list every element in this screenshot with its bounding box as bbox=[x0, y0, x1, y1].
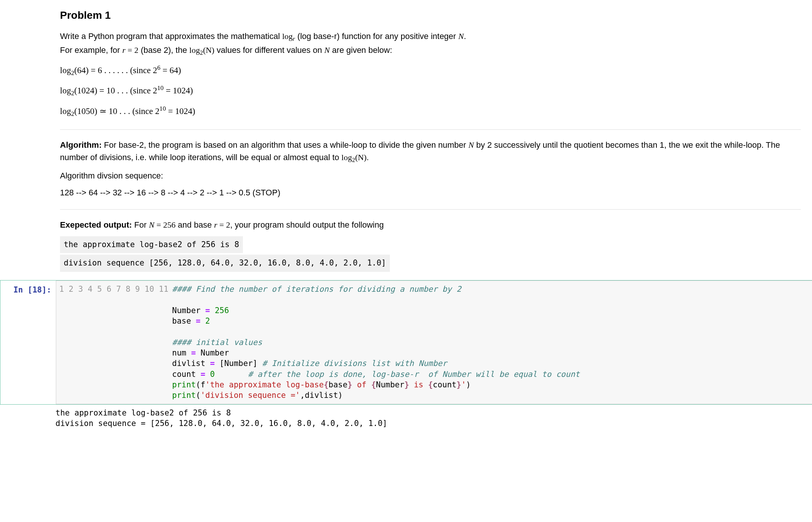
algorithm-log-sub: 2 bbox=[352, 156, 355, 164]
intro2-text: For example, for bbox=[60, 45, 122, 55]
markdown-cell: Problem 1 Write a Python program that ap… bbox=[0, 0, 812, 280]
code-l9a: count bbox=[172, 370, 201, 379]
expected-text3: , your program should output the followi… bbox=[230, 220, 384, 230]
intro-text: Write a Python program that approximates… bbox=[60, 32, 282, 41]
expected-out-1: the approximate log-base2 of 256 is 8 bbox=[60, 236, 243, 254]
code-editor[interactable]: 1 2 3 4 5 6 7 8 9 10 11 #### Find the nu… bbox=[56, 280, 812, 404]
algorithm-text1: For base-2, the program is based on an a… bbox=[102, 140, 468, 150]
algorithm-N: N bbox=[469, 140, 474, 150]
example-3: log2(1050) ≃ 10 . . . (since 210 = 1024) bbox=[60, 104, 801, 119]
output-prompt-spacer bbox=[0, 408, 55, 429]
algorithm-log-paren: (N) bbox=[355, 153, 367, 162]
expected-r: r bbox=[214, 220, 217, 230]
code-l10i2a: { bbox=[371, 380, 376, 389]
ex2-sup: 10 bbox=[157, 84, 163, 92]
code-l10i1a: { bbox=[324, 380, 329, 389]
code-l7op: = bbox=[191, 348, 196, 357]
line-numbers: 1 2 3 4 5 6 7 8 9 10 11 bbox=[56, 284, 172, 401]
code-l11b: ,divlist) bbox=[300, 391, 343, 400]
intro2-text2: (base 2), the bbox=[138, 45, 189, 55]
ex2-tail: = 1024) bbox=[163, 86, 193, 95]
code-l10b: ) bbox=[466, 380, 471, 389]
code-l9op: = bbox=[201, 370, 205, 379]
code-l9num: 0 bbox=[210, 370, 215, 379]
example-1: log2(64) = 6 . . . . . . (since 26 = 64) bbox=[60, 63, 801, 78]
ex3-tail: = 1024) bbox=[166, 106, 195, 116]
code-l10a: (f bbox=[196, 380, 205, 389]
ex1-body: (64) = 6 . . . . . . (since 2 bbox=[74, 66, 157, 75]
algorithm-label: Algorithm: bbox=[60, 140, 102, 150]
divider-2 bbox=[60, 209, 801, 210]
code-l11str: 'division sequence =' bbox=[201, 391, 300, 400]
ex1-sub: 2 bbox=[71, 70, 74, 77]
code-l10i1b: base bbox=[328, 380, 348, 389]
code-l6: #### initial values bbox=[172, 338, 262, 347]
examples-block: log2(64) = 6 . . . . . . (since 26 = 64)… bbox=[60, 63, 801, 118]
intro-paragraph: Write a Python program that approximates… bbox=[60, 30, 801, 58]
code-l4op: = bbox=[196, 316, 201, 326]
code-l8b: [Number] bbox=[215, 359, 262, 368]
ex2-body: (1024) = 10 . . . (since 2 bbox=[74, 86, 157, 95]
code-l9b bbox=[205, 370, 210, 379]
output-text: the approximate log-base2 of 256 is 8 di… bbox=[55, 408, 812, 429]
code-cell[interactable]: In [18]: 1 2 3 4 5 6 7 8 9 10 11 #### Fi… bbox=[0, 280, 812, 405]
code-lines[interactable]: #### Find the number of iterations for d… bbox=[172, 284, 812, 401]
ex1-tail: = 64) bbox=[160, 66, 181, 75]
code-l8a: divlist bbox=[172, 359, 210, 368]
code-l10s3: is bbox=[409, 380, 428, 389]
ex1-sup: 6 bbox=[157, 64, 160, 71]
code-l10i2b: Number bbox=[376, 380, 405, 389]
code-l10i1c: } bbox=[348, 380, 352, 389]
ex1-log: log bbox=[60, 66, 71, 75]
intro-period: . bbox=[464, 32, 466, 41]
expected-out-2: division sequence [256, 128.0, 64.0, 32.… bbox=[60, 255, 390, 272]
code-l10i3a: { bbox=[428, 380, 433, 389]
expected-N: N bbox=[149, 220, 154, 230]
ex2-sub: 2 bbox=[71, 90, 74, 97]
intro2-text4: are given below: bbox=[330, 45, 392, 55]
expected-paragraph: Exepected output: For N = 256 and base r… bbox=[60, 219, 801, 231]
expected-eq1: = 256 bbox=[154, 220, 175, 230]
problem-heading: Problem 1 bbox=[60, 8, 801, 23]
intro2-eq: = 2 bbox=[126, 45, 138, 55]
expected-text2: and base bbox=[175, 220, 214, 230]
code-l4b bbox=[201, 316, 205, 326]
expected-text1: For bbox=[132, 220, 149, 230]
out-line2: division sequence = [256, 128.0, 64.0, 3… bbox=[55, 419, 387, 428]
intro2-N2: N bbox=[324, 45, 330, 55]
code-l3b bbox=[210, 306, 215, 315]
intro-text2: (log base-r) function for any positive i… bbox=[295, 32, 458, 41]
code-l4a: base bbox=[172, 316, 196, 326]
code-l10i3b: count bbox=[433, 380, 457, 389]
code-l11print: print bbox=[172, 391, 196, 400]
expected-label: Exepected output: bbox=[60, 220, 132, 230]
code-l10s2: of bbox=[352, 380, 372, 389]
ex3-sup: 10 bbox=[159, 105, 166, 112]
ex3-body: (1050) ≃ 10 . . . (since 2 bbox=[74, 106, 159, 116]
expected-eq2: = 2 bbox=[217, 220, 230, 230]
intro2-log: log bbox=[189, 45, 200, 55]
input-prompt: In [18]: bbox=[0, 280, 56, 404]
code-l7b: Number bbox=[196, 348, 229, 357]
code-l10s1: 'the approximate log-base bbox=[205, 380, 324, 389]
intro-log: log bbox=[282, 32, 293, 41]
code-l9pad bbox=[215, 370, 248, 379]
output-area: the approximate log-base2 of 256 is 8 di… bbox=[0, 405, 812, 429]
code-l10i3c: } bbox=[457, 380, 461, 389]
algorithm-period: . bbox=[367, 153, 369, 162]
intro2-text3: values for different values on bbox=[214, 45, 324, 55]
example-2: log2(1024) = 10 . . . (since 210 = 1024) bbox=[60, 83, 801, 98]
divider-1 bbox=[60, 129, 801, 130]
algorithm-seq-label: Algorithm divsion sequence: bbox=[60, 170, 801, 182]
intro-N: N bbox=[458, 32, 464, 41]
out-line1: the approximate log-base2 of 256 is 8 bbox=[55, 408, 231, 417]
ex3-log: log bbox=[60, 106, 71, 116]
code-l3a: Number bbox=[172, 306, 205, 315]
algorithm-log: log bbox=[342, 153, 352, 162]
intro2-paren: (N) bbox=[203, 45, 214, 55]
algorithm-paragraph: Algorithm: For base-2, the program is ba… bbox=[60, 139, 801, 165]
code-l9c: # after the loop is done, log-base-r of … bbox=[248, 370, 580, 379]
code-l4num: 2 bbox=[205, 316, 210, 326]
algorithm-sequence: 128 --> 64 --> 32 --> 16 --> 8 --> 4 -->… bbox=[60, 186, 801, 199]
code-l10print: print bbox=[172, 380, 196, 389]
